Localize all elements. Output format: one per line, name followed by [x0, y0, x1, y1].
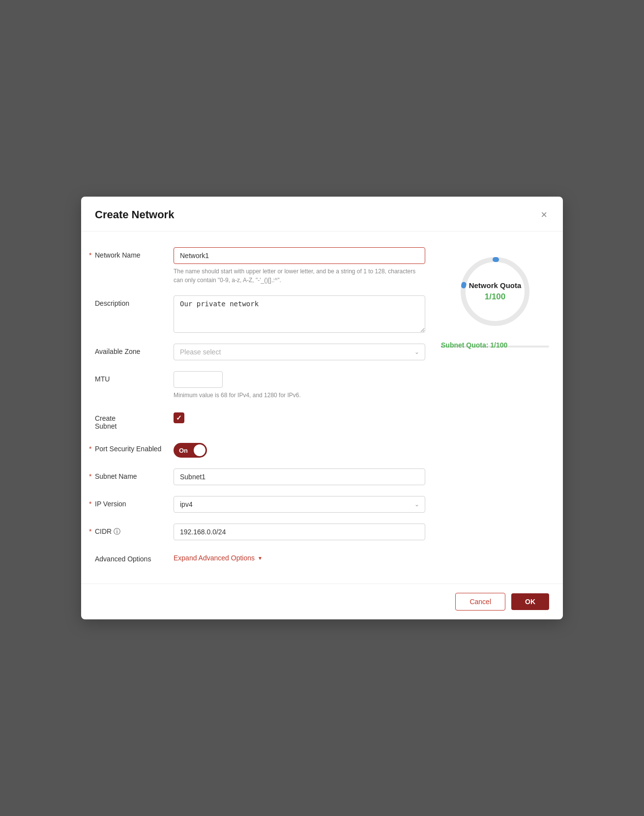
ip-version-wrapper: ipv4 ipv6 ⌄: [174, 496, 425, 513]
create-subnet-label: CreateSubnet: [95, 410, 174, 430]
network-name-row: Network Name The name should start with …: [95, 247, 425, 285]
description-field: Our private network: [174, 295, 425, 333]
close-button[interactable]: ×: [539, 207, 549, 222]
available-zone-row: Available Zone Please select ⌄: [95, 344, 425, 360]
network-name-input[interactable]: [174, 247, 425, 264]
advanced-options-label: Advanced Options: [95, 551, 174, 563]
network-quota-chart: Network Quota 1/100: [456, 252, 534, 331]
toggle-on-label: On: [175, 447, 188, 454]
donut-text: Network Quota 1/100: [456, 252, 534, 331]
ip-version-select[interactable]: ipv4 ipv6: [174, 496, 425, 513]
advanced-options-row: Advanced Options Expand Advanced Options…: [95, 551, 425, 563]
create-network-modal: Create Network × Network Name The name s…: [81, 197, 563, 619]
expand-advanced-options-label: Expand Advanced Options: [174, 554, 255, 562]
cidr-field: [174, 524, 425, 540]
network-quota-label: Network Quota: [469, 281, 522, 290]
ip-version-label: IP Version: [95, 496, 174, 508]
available-zone-wrapper: Please select ⌄: [174, 344, 425, 360]
ip-version-field: ipv4 ipv6 ⌄: [174, 496, 425, 513]
mtu-input[interactable]: [174, 371, 223, 388]
mtu-hint: Minimum value is 68 for IPv4, and 1280 f…: [174, 391, 425, 400]
create-subnet-row: CreateSubnet ✓: [95, 410, 425, 430]
ok-button[interactable]: OK: [511, 593, 549, 610]
subnet-quota-text: Subnet Quota: 1/100: [441, 341, 507, 349]
subnet-name-label: Subnet Name: [95, 468, 174, 480]
subnet-quota-container: Subnet Quota: 1/100: [441, 341, 549, 348]
port-security-toggle[interactable]: On: [174, 443, 207, 458]
cidr-input[interactable]: [174, 524, 425, 540]
description-row: Description Our private network: [95, 295, 425, 333]
available-zone-label: Available Zone: [95, 344, 174, 355]
cidr-row: CIDR ⓘ: [95, 524, 425, 540]
description-input[interactable]: Our private network: [174, 295, 425, 333]
expand-advanced-options-link[interactable]: Expand Advanced Options ▼: [174, 551, 425, 562]
create-subnet-field: ✓: [174, 410, 425, 423]
modal-body: Network Name The name should start with …: [81, 232, 563, 583]
cancel-button[interactable]: Cancel: [455, 593, 505, 611]
network-name-label: Network Name: [95, 247, 174, 259]
available-zone-select[interactable]: Please select: [174, 344, 425, 360]
subnet-quota-label: Subnet Quota:: [441, 341, 488, 349]
port-security-field: On: [174, 441, 425, 458]
network-name-hint: The name should start with upper letter …: [174, 267, 425, 285]
modal-title: Create Network: [95, 208, 174, 221]
toggle-knob: [194, 444, 205, 456]
network-quota-value: 1/100: [485, 292, 506, 302]
subnet-quota-value: 1/100: [490, 341, 507, 349]
ip-version-row: IP Version ipv4 ipv6 ⌄: [95, 496, 425, 513]
description-label: Description: [95, 295, 174, 307]
available-zone-field: Please select ⌄: [174, 344, 425, 360]
network-name-field: The name should start with upper letter …: [174, 247, 425, 285]
expand-arrow-icon: ▼: [258, 555, 263, 561]
form-section: Network Name The name should start with …: [95, 247, 425, 574]
mtu-label: MTU: [95, 371, 174, 383]
modal-footer: Cancel OK: [81, 583, 563, 619]
sidebar-section: Network Quota 1/100 Subnet Quota: 1/100: [441, 247, 549, 574]
subnet-name-row: Subnet Name: [95, 468, 425, 485]
advanced-options-field: Expand Advanced Options ▼: [174, 551, 425, 562]
modal-header: Create Network ×: [81, 197, 563, 232]
subnet-name-field: [174, 468, 425, 485]
create-subnet-checkbox[interactable]: ✓: [174, 412, 184, 423]
checkmark-icon: ✓: [176, 414, 182, 422]
cidr-label: CIDR ⓘ: [95, 524, 174, 536]
subnet-name-input[interactable]: [174, 468, 425, 485]
port-security-label: Port Security Enabled: [95, 441, 174, 453]
mtu-row: MTU Minimum value is 68 for IPv4, and 12…: [95, 371, 425, 400]
port-security-row: Port Security Enabled On: [95, 441, 425, 458]
mtu-field: Minimum value is 68 for IPv4, and 1280 f…: [174, 371, 425, 400]
